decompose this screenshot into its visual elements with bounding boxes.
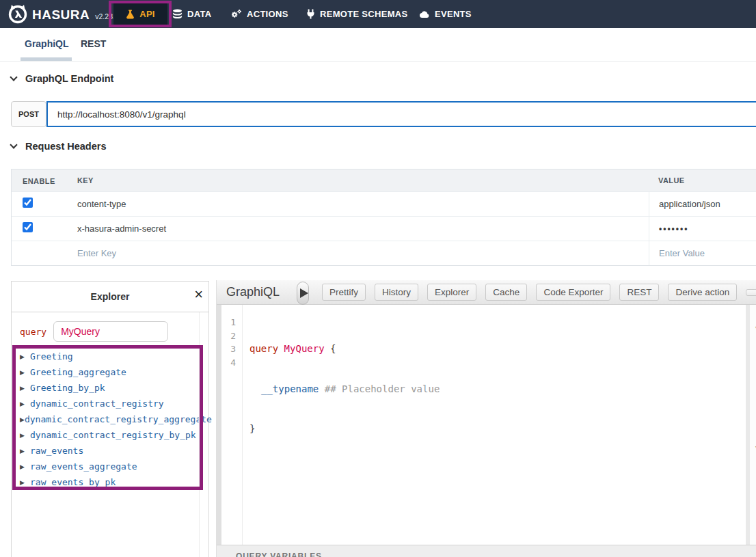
- chevron-down-icon: [10, 73, 17, 81]
- endpoint-row: POST: [11, 101, 756, 127]
- execute-query-button[interactable]: [297, 282, 309, 305]
- field-arrow-icon: ▶: [20, 385, 30, 392]
- field-arrow-icon: ▶: [20, 369, 30, 376]
- field-item-raw-events[interactable]: ▶ raw_events: [20, 443, 208, 459]
- field-arrow-icon: ▶: [20, 353, 30, 360]
- field-arrow-icon: ▶: [20, 479, 30, 486]
- field-arrow-icon: ▶: [20, 448, 30, 454]
- hasura-logo-icon: [7, 3, 29, 27]
- query-variables-label: QUERY VARIABLES: [236, 552, 756, 557]
- http-method-button[interactable]: POST: [11, 101, 46, 127]
- request-headers-table: ENABLE KEY VALUE content-type applicatio…: [11, 169, 756, 266]
- operation-name-input[interactable]: [53, 321, 168, 342]
- explorer-scroll-gutter: [199, 312, 200, 557]
- nav-tab-label: API: [139, 9, 155, 19]
- gears-icon: [230, 9, 242, 19]
- tab-rest[interactable]: REST: [81, 38, 106, 49]
- endpoint-section-title: GraphQL Endpoint: [25, 73, 113, 84]
- field-arrow-icon: ▶: [20, 463, 30, 470]
- prettify-button[interactable]: Prettify: [322, 284, 366, 301]
- plug-icon: [306, 9, 315, 19]
- field-item-greeting-aggregate[interactable]: ▶ Greeting_aggregate: [20, 364, 208, 380]
- nav-tab-label: EVENTS: [435, 9, 472, 19]
- field-item-dynamic-contract-registry[interactable]: ▶ dynamic_contract_registry: [20, 396, 208, 411]
- nav-tab-label: ACTIONS: [247, 9, 288, 19]
- code-line-3: }: [249, 422, 746, 436]
- query-editor[interactable]: 1 2 3 4 query MyQuery { __typename ## Pl…: [217, 305, 756, 545]
- tab-graphiql[interactable]: GraphiQL: [25, 38, 69, 49]
- code-line-1: query MyQuery {: [249, 342, 746, 356]
- table-row-new: [12, 241, 756, 265]
- header-enable-checkbox[interactable]: [23, 222, 33, 232]
- clipped-toolbar-button[interactable]: [746, 289, 756, 296]
- column-value: VALUE: [658, 176, 684, 185]
- new-header-value-input[interactable]: [659, 248, 751, 258]
- nav-tab-remote-schemas[interactable]: REMOTE SCHEMAS: [306, 0, 407, 28]
- nav-tab-data[interactable]: DATA: [172, 0, 211, 28]
- field-item-greeting[interactable]: ▶ Greeting: [20, 349, 208, 364]
- graphiql-pane: GraphiQL Prettify History Explorer Cache…: [216, 280, 756, 557]
- hasura-brand[interactable]: HASURA v2.23.0: [7, 3, 119, 27]
- api-subtabs: GraphiQL REST: [0, 28, 756, 62]
- explorer-header: Explorer ×: [12, 282, 208, 312]
- nav-tab-events[interactable]: EVENTS: [419, 0, 472, 28]
- operation-keyword: query: [20, 327, 46, 337]
- explorer-toggle-button[interactable]: Explorer: [427, 284, 476, 301]
- field-item-dynamic-contract-registry-aggregate[interactable]: ▶ dynamic_contract_registry_aggregate: [20, 411, 208, 427]
- graphiql-toolbar: GraphiQL Prettify History Explorer Cache…: [217, 280, 756, 305]
- active-tab-underline: [21, 57, 72, 61]
- field-arrow-icon: ▶: [20, 416, 25, 423]
- play-icon: [300, 288, 308, 298]
- rest-button[interactable]: REST: [619, 284, 659, 301]
- nav-tab-actions[interactable]: ACTIONS: [230, 0, 288, 28]
- column-enable: ENABLE: [23, 177, 55, 185]
- column-key: KEY: [77, 176, 94, 185]
- flask-icon: [126, 10, 135, 19]
- top-navbar: HASURA v2.23.0 API DATA: [0, 0, 756, 28]
- graphiql-title: GraphiQL: [226, 285, 280, 299]
- operation-name-row: query: [12, 312, 208, 342]
- close-icon[interactable]: ×: [194, 287, 203, 302]
- line-number-gutter: 1 2 3 4: [221, 305, 243, 545]
- field-item-raw-events-aggregate[interactable]: ▶ raw_events_aggregate: [20, 459, 208, 474]
- explorer-field-list: ▶ Greeting ▶ Greeting_aggregate ▶ Greeti…: [12, 349, 208, 490]
- result-pane-edge: ▾ ▾: [750, 305, 756, 545]
- brand-name: HASURA: [32, 8, 90, 23]
- explorer-title: Explorer: [91, 291, 130, 302]
- code-line-2: __typename ## Placeholder value: [249, 383, 746, 396]
- header-enable-checkbox[interactable]: [23, 198, 33, 208]
- nav-tab-label: DATA: [187, 9, 211, 19]
- field-item-raw-events-by-pk[interactable]: ▶ raw_events_by_pk: [20, 474, 208, 490]
- line-number: 2: [221, 329, 242, 343]
- cache-button[interactable]: Cache: [485, 284, 527, 301]
- headers-section-header[interactable]: Request Headers: [11, 141, 106, 152]
- cloud-icon: [419, 10, 430, 18]
- headers-table-head-row: ENABLE KEY VALUE: [12, 169, 756, 191]
- header-value[interactable]: application/json: [659, 199, 720, 209]
- headers-section-title: Request Headers: [25, 141, 106, 152]
- nav-tab-api[interactable]: API: [113, 3, 167, 25]
- explorer-panel: Explorer × query ▶ Greeting ▶ Greeting_a…: [11, 281, 209, 557]
- header-key[interactable]: x-hasura-admin-secret: [77, 223, 166, 234]
- line-number: 4: [221, 356, 242, 370]
- endpoint-section-header[interactable]: GraphQL Endpoint: [11, 73, 113, 84]
- query-variables-bar[interactable]: QUERY VARIABLES: [217, 545, 756, 557]
- field-item-greeting-by-pk[interactable]: ▶ Greeting_by_pk: [20, 380, 208, 396]
- nav-tab-label: REMOTE SCHEMAS: [320, 9, 407, 19]
- derive-action-button[interactable]: Derive action: [668, 284, 737, 301]
- header-value-masked[interactable]: •••••••: [659, 224, 688, 234]
- chevron-down-icon: [10, 141, 17, 148]
- field-arrow-icon: ▶: [20, 400, 30, 407]
- line-number: 1: [221, 316, 242, 329]
- new-header-key-input[interactable]: [77, 248, 620, 258]
- graphql-endpoint-input[interactable]: [46, 101, 756, 127]
- history-button[interactable]: History: [375, 284, 418, 301]
- header-key[interactable]: content-type: [77, 199, 126, 209]
- table-row: x-hasura-admin-secret •••••••: [12, 216, 756, 241]
- pane-resize-handle[interactable]: [217, 305, 221, 545]
- code-exporter-button[interactable]: Code Exporter: [536, 284, 610, 301]
- field-item-dynamic-contract-registry-by-pk[interactable]: ▶ dynamic_contract_registry_by_pk: [20, 427, 208, 443]
- query-code[interactable]: query MyQuery { __typename ## Placeholde…: [249, 305, 746, 545]
- table-row: content-type application/json: [12, 191, 756, 216]
- line-number: 3: [221, 342, 242, 356]
